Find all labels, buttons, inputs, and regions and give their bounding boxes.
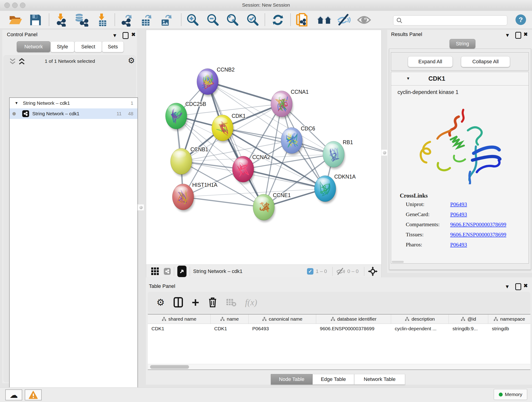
crosslink-compartments-link[interactable]: 9606.ENSP00000378699 (450, 221, 529, 228)
warnings-button[interactable] (25, 389, 42, 400)
cell-description[interactable]: cyclin-dependent ... (391, 324, 449, 333)
panel-float-icon[interactable] (123, 32, 128, 39)
edge-HIST1H1A-CCNE1[interactable] (183, 197, 264, 207)
panel-float-icon[interactable] (515, 283, 521, 290)
import-network-file-icon[interactable] (55, 13, 68, 26)
network-node-CDC6[interactable]: CDC6 (281, 126, 315, 155)
network-node-HIST1H1A[interactable]: HIST1H1A (172, 182, 218, 211)
string-view-icon[interactable] (164, 268, 171, 275)
hidden-count-eye-icon[interactable] (336, 268, 345, 275)
tab-style[interactable]: Style (51, 41, 75, 52)
zoom-in-icon[interactable] (186, 13, 199, 26)
tab-node-table[interactable]: Node Table (271, 374, 312, 385)
table-settings-gear-icon[interactable]: ⚙ (157, 297, 165, 307)
column-header[interactable]: shared name (148, 314, 210, 324)
column-header[interactable]: canonical name (249, 314, 316, 324)
cell-namespace[interactable]: stringdb (488, 324, 530, 333)
birdseye-view-icon[interactable] (177, 266, 186, 277)
hide-glasses-icon[interactable] (337, 13, 351, 26)
search-input[interactable] (403, 18, 507, 23)
table-row[interactable]: CDK1 CDK1 P06493 9606.ENSP00000378699 cy… (148, 324, 530, 333)
column-header[interactable]: @id (449, 314, 488, 324)
panel-menu-icon[interactable]: ▼ (505, 32, 510, 38)
import-network-database-icon[interactable] (74, 13, 89, 26)
collection-expand-icon[interactable]: ▼ (15, 101, 18, 105)
cell-database-identifier[interactable]: 9606.ENSP00000378699 (316, 324, 391, 333)
panel-menu-icon[interactable]: ▼ (505, 284, 510, 290)
table-delete-row-icon[interactable] (208, 297, 217, 308)
table-columns-icon[interactable] (173, 297, 183, 307)
column-header[interactable]: description (391, 314, 449, 324)
tab-sets[interactable]: Sets (102, 41, 124, 52)
tab-network[interactable]: Network (17, 41, 51, 52)
expand-all-button[interactable]: Expand All (408, 56, 453, 67)
cloud-status-button[interactable]: ☁ (5, 389, 22, 400)
collapse-all-button[interactable]: Collapse All (461, 56, 510, 67)
network-options-gear-icon[interactable]: ⚙ (128, 56, 135, 65)
tab-edge-table[interactable]: Edge Table (312, 374, 354, 385)
column-header[interactable]: namespace (488, 314, 530, 324)
node-label-HIST1H1A: HIST1H1A (192, 182, 218, 188)
table-hscrollbar-thumb[interactable] (150, 365, 189, 369)
panel-close-icon[interactable]: ✖ (524, 283, 528, 289)
table-add-icon[interactable]: + (192, 298, 199, 307)
panel-close-icon[interactable]: ✖ (131, 32, 135, 38)
network-node-CCNA1[interactable]: CCNA1 (271, 89, 309, 119)
export-network-icon[interactable] (120, 13, 134, 26)
export-table-icon[interactable] (139, 13, 153, 26)
network-canvas[interactable]: CCNB2CCNA1CDC25BCDK1CDC6RB1CCNB1CCNA2CDK… (146, 30, 381, 264)
save-session-icon[interactable] (29, 13, 42, 26)
expand-all-networks-icon[interactable] (18, 58, 26, 66)
crosslink-uniprot-link[interactable]: P06493 (450, 201, 529, 207)
selected-count-checkbox-icon[interactable]: ✓ (307, 268, 313, 274)
network-view[interactable]: CCNB2CCNA1CDC25BCDK1CDC6RB1CCNB1CCNA2CDK… (146, 30, 381, 265)
help-button[interactable]: ? (515, 14, 526, 25)
tab-network-table[interactable]: Network Table (354, 374, 405, 385)
network-node-RB1[interactable]: RB1 (323, 139, 353, 169)
panel-menu-icon[interactable]: ▼ (112, 32, 117, 38)
crosslink-genecard-link[interactable]: P06493 (450, 211, 529, 217)
string-import-icon[interactable] (296, 13, 310, 26)
table-hscrollbar[interactable] (148, 364, 530, 370)
memory-button[interactable]: Memory (494, 389, 527, 400)
refresh-icon[interactable] (271, 13, 285, 26)
network-collection-row[interactable]: ▼ String Network – cdk1 1 (10, 98, 138, 108)
string-home-icon[interactable] (317, 13, 332, 26)
panel-close-icon[interactable]: ✖ (524, 32, 528, 37)
export-image-icon[interactable] (159, 13, 173, 26)
column-header[interactable]: name (210, 314, 249, 324)
network-node-CCNA2[interactable]: CCNA2 (232, 154, 270, 184)
cell-id[interactable]: stringdb:9... (449, 324, 488, 333)
open-session-icon[interactable] (9, 13, 22, 26)
view-grid-icon[interactable] (151, 268, 159, 275)
right-splitter-handle[interactable] (381, 149, 388, 156)
network-node-CDKN1A[interactable]: CDKN1A (314, 174, 356, 203)
tab-string-results[interactable]: String (450, 39, 475, 49)
network-row-selected[interactable]: String Network – cdk1 11 48 (10, 108, 138, 119)
network-node-CCNB2[interactable]: CCNB2 (197, 67, 234, 96)
crosslink-pharos-link[interactable]: P06493 (450, 242, 529, 248)
show-eye-icon[interactable] (357, 13, 371, 26)
panel-float-icon[interactable] (515, 32, 521, 39)
cdk1-collapse-icon[interactable]: ▼ (406, 76, 410, 81)
cell-shared-name[interactable]: CDK1 (148, 324, 210, 333)
edge-CCNB2-CCNE1[interactable] (208, 82, 264, 207)
search-field[interactable] (393, 15, 507, 26)
center-view-crosshair-icon[interactable] (367, 266, 378, 277)
cell-canonical-name[interactable]: P06493 (249, 324, 316, 333)
crosslink-tissues-link[interactable]: 9606.ENSP00000378699 (450, 231, 529, 238)
column-header[interactable]: database identifier (316, 314, 391, 324)
left-splitter-handle[interactable] (138, 204, 144, 211)
import-table-file-icon[interactable] (96, 13, 109, 26)
edge-CCNA2-CDKN1A[interactable] (243, 169, 325, 189)
cdk1-card-header[interactable]: ▼ CDK1 (391, 72, 529, 85)
zoom-fit-icon[interactable] (226, 13, 239, 26)
tab-select[interactable]: Select (75, 41, 102, 52)
results-hscroll-thumb[interactable] (392, 261, 404, 263)
zoom-selected-icon[interactable] (246, 13, 259, 26)
network-node-CCNB1[interactable]: CCNB1 (171, 147, 208, 176)
cell-name[interactable]: CDK1 (210, 324, 249, 333)
zoom-out-icon[interactable] (206, 13, 220, 26)
collapse-all-networks-icon[interactable] (9, 58, 17, 66)
network-node-CCNE1[interactable]: CCNE1 (253, 192, 291, 222)
